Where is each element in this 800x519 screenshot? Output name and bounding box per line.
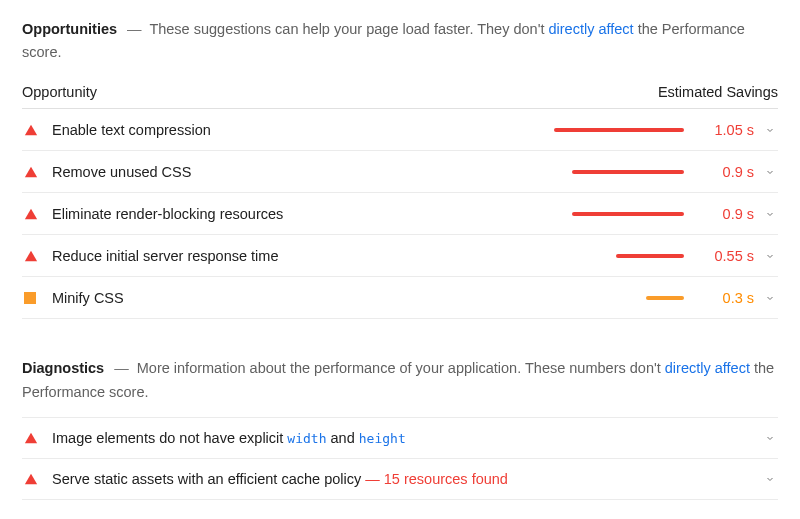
diagnostics-title: Diagnostics <box>22 360 104 376</box>
opportunities-desc-pre: These suggestions can help your page loa… <box>149 21 548 37</box>
opportunity-row[interactable]: Remove unused CSS0.9 s <box>22 151 778 193</box>
diagnostics-list: Image elements do not have explicit widt… <box>22 417 778 500</box>
dash: — <box>114 360 129 376</box>
opportunity-label: Eliminate render-blocking resources <box>52 206 530 222</box>
text: Image elements do not have explicit <box>52 430 287 446</box>
dash: — <box>127 21 142 37</box>
opportunity-row[interactable]: Enable text compression1.05 s <box>22 109 778 151</box>
svg-marker-5 <box>25 474 37 485</box>
triangle-fail-icon <box>24 472 52 486</box>
opportunity-label: Reduce initial server response time <box>52 248 530 264</box>
svg-marker-1 <box>25 167 37 178</box>
opportunity-row[interactable]: Eliminate render-blocking resources0.9 s <box>22 193 778 235</box>
text: and <box>327 430 359 446</box>
diagnostics-link[interactable]: directly affect <box>665 360 750 376</box>
triangle-fail-icon <box>24 249 52 263</box>
diagnostic-row[interactable]: Serve static assets with an efficient ca… <box>22 458 778 500</box>
svg-marker-2 <box>25 209 37 220</box>
chevron-down-icon <box>754 208 776 220</box>
savings-value: 0.9 s <box>690 164 754 180</box>
diagnostic-row[interactable]: Image elements do not have explicit widt… <box>22 417 778 459</box>
square-warn-icon <box>24 292 52 304</box>
savings-bar <box>530 170 690 174</box>
triangle-fail-icon <box>24 431 52 445</box>
col-opportunity: Opportunity <box>22 84 97 100</box>
savings-value: 0.55 s <box>690 248 754 264</box>
savings-bar <box>530 296 690 300</box>
opportunities-list: Enable text compression1.05 sRemove unus… <box>22 109 778 319</box>
chevron-down-icon <box>754 473 776 485</box>
diagnostics-header: Diagnostics — More information about the… <box>22 357 778 403</box>
triangle-fail-icon <box>24 207 52 221</box>
opportunity-row[interactable]: Minify CSS0.3 s <box>22 277 778 319</box>
chevron-down-icon <box>754 124 776 136</box>
opportunities-table-head: Opportunity Estimated Savings <box>22 78 778 109</box>
triangle-fail-icon <box>24 123 52 137</box>
chevron-down-icon <box>754 250 776 262</box>
chevron-down-icon <box>754 166 776 178</box>
opportunity-label: Remove unused CSS <box>52 164 530 180</box>
triangle-fail-icon <box>24 165 52 179</box>
code-token: width <box>287 431 326 446</box>
savings-value: 0.3 s <box>690 290 754 306</box>
opportunity-row[interactable]: Reduce initial server response time0.55 … <box>22 235 778 277</box>
opportunity-label: Minify CSS <box>52 290 530 306</box>
svg-marker-3 <box>25 251 37 262</box>
savings-bar <box>530 254 690 258</box>
opportunities-header: Opportunities — These suggestions can he… <box>22 18 778 64</box>
savings-bar <box>530 212 690 216</box>
diagnostic-label: Image elements do not have explicit widt… <box>52 430 754 446</box>
diagnostics-desc-pre: More information about the performance o… <box>137 360 665 376</box>
chevron-down-icon <box>754 432 776 444</box>
svg-marker-4 <box>25 433 37 444</box>
col-savings: Estimated Savings <box>658 84 778 100</box>
code-token: height <box>359 431 406 446</box>
svg-marker-0 <box>25 125 37 136</box>
opportunities-link[interactable]: directly affect <box>548 21 633 37</box>
savings-bar <box>530 128 690 132</box>
highlight-text: — 15 resources found <box>365 471 508 487</box>
chevron-down-icon <box>754 292 776 304</box>
diagnostic-label: Serve static assets with an efficient ca… <box>52 471 754 487</box>
opportunities-title: Opportunities <box>22 21 117 37</box>
opportunity-label: Enable text compression <box>52 122 530 138</box>
text: Serve static assets with an efficient ca… <box>52 471 365 487</box>
savings-value: 0.9 s <box>690 206 754 222</box>
savings-value: 1.05 s <box>690 122 754 138</box>
